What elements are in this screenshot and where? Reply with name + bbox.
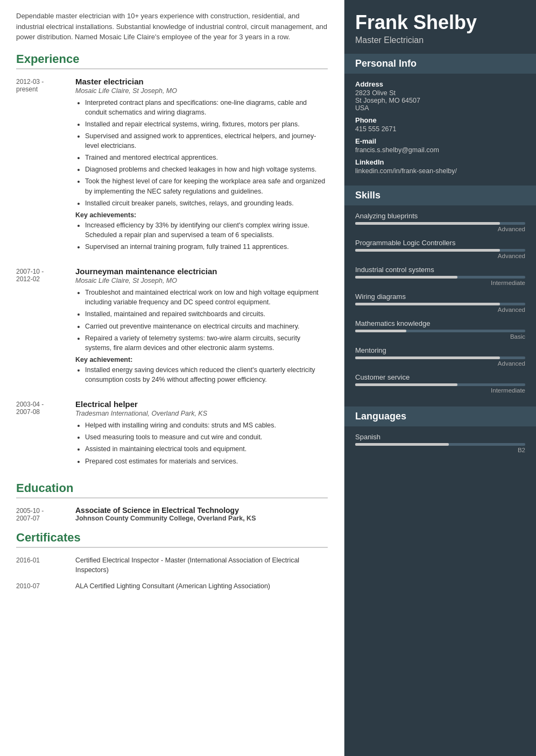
education-entry: 2005-10 - 2007-07Associate of Science in… [16,506,328,522]
experience-entry: 2012-03 - presentMaster electricianMosai… [16,77,328,255]
skill-bar-fill [355,330,406,332]
skill-bar-bg [355,356,525,359]
experience-date: 2012-03 - present [16,77,75,255]
bullet-item: Troubleshot and maintained electrical wo… [85,288,328,307]
bullet-item: Helped with installing wiring and condui… [85,420,328,430]
personal-info-title: Personal Info [344,54,536,74]
skill-level: Advanced [355,226,525,232]
full-name: Frank Shelby [355,12,525,33]
skill-level: Intermediate [355,280,525,286]
experience-date: 2003-04 - 2007-08 [16,400,75,469]
languages-block: SpanishB2 [344,433,536,469]
education-date: 2005-10 - 2007-07 [16,506,75,522]
phone-label: Phone [355,116,525,124]
skill-item: Wiring diagramsAdvanced [355,293,525,313]
experience-section-title: Experience [16,52,328,69]
skill-name: Analyzing blueprints [355,212,525,220]
certificate-entry: 2010-07ALA Certified Lighting Consultant… [16,581,328,591]
summary-text: Dependable master electrician with 10+ y… [16,11,328,42]
resume-container: Dependable master electrician with 10+ y… [0,0,536,756]
bullet-item: Prepared cost estimates for materials an… [85,457,328,466]
skills-title: Skills [344,186,536,205]
skill-name: Mentoring [355,346,525,354]
address-value: 2823 Olive St St Joseph, MO 64507 USA [355,89,525,112]
company-name: Tradesman International, Overland Park, … [75,410,328,417]
certificate-text: ALA Certified Lighting Consultant (Ameri… [75,581,270,591]
skill-bar-fill [355,222,500,225]
linkedin-label: LinkedIn [355,158,525,166]
left-column: Dependable master electrician with 10+ y… [0,0,344,756]
skill-item: Programmable Logic ControllersAdvanced [355,239,525,259]
job-title: Master electrician [75,77,328,86]
achievements-label: Key achievements: [75,211,328,219]
bullet-item: Trained and mentored electrical apprenti… [85,153,328,162]
experience-content: Journeyman maintenance electricianMosaic… [75,267,328,388]
bullet-list: Interpreted contract plans and specifica… [75,98,328,208]
certificate-entry: 2016-01Certified Electrical Inspector - … [16,555,328,575]
skill-level: Advanced [355,306,525,313]
skill-item: Customer serviceIntermediate [355,373,525,394]
education-content: Associate of Science in Electrical Techn… [75,506,256,522]
skill-name: Programmable Logic Controllers [355,239,525,247]
job-title: Journeyman maintenance electrician [75,267,328,276]
skill-name: Industrial control systems [355,266,525,274]
skill-item: Mathematics knowledgeBasic [355,319,525,340]
name-block: Frank Shelby Master Electrician [344,0,536,54]
experience-date: 2007-10 - 2012-02 [16,267,75,388]
skills-block: Analyzing blueprintsAdvancedProgrammable… [344,212,536,406]
experience-entry: 2007-10 - 2012-02Journeyman maintenance … [16,267,328,388]
achievements-list: Installed energy saving devices which re… [75,365,328,384]
bullet-item: Interpreted contract plans and specifica… [85,98,328,117]
skill-name: Mathematics knowledge [355,319,525,327]
achievement-item: Supervised an internal training program,… [85,242,328,252]
skill-bar-fill [355,383,457,386]
bullet-item: Diagnosed problems and checked leakages … [85,165,328,174]
skill-item: Analyzing blueprintsAdvanced [355,212,525,232]
experience-entry: 2003-04 - 2007-08Electrical helperTrades… [16,400,328,469]
address-label: Address [355,80,525,88]
right-column: Frank Shelby Master Electrician Personal… [344,0,536,756]
education-school: Johnson County Community College, Overla… [75,515,256,522]
job-subtitle: Master Electrician [355,35,525,45]
certificate-date: 2016-01 [16,555,75,575]
achievement-item: Installed energy saving devices which re… [85,365,328,384]
skill-name: Customer service [355,373,525,381]
personal-info-block: Address 2823 Olive St St Joseph, MO 6450… [344,80,536,186]
bullet-item: Took the highest level of care for keepi… [85,176,328,196]
certificates-section-title: Certificates [16,531,328,548]
skill-bar-fill [355,276,457,279]
phone-value: 415 555 2671 [355,125,525,133]
skill-level: Advanced [355,360,525,367]
skill-bar-bg [355,383,525,386]
skill-level: Intermediate [355,387,525,394]
skill-item: MentoringAdvanced [355,346,525,367]
language-level: B2 [355,447,525,453]
email-label: E-mail [355,137,525,145]
certificate-text: Certified Electrical Inspector - Master … [75,555,328,575]
company-name: Mosaic Life Claire, St Joseph, MO [75,87,328,95]
bullet-item: Used measuring tools to measure and cut … [85,432,328,442]
bullet-item: Supervised and assigned work to apprenti… [85,131,328,151]
experience-list: 2012-03 - presentMaster electricianMosai… [16,77,328,469]
bullet-item: Installed, maintained and repaired switc… [85,309,328,319]
skill-bar-bg [355,222,525,225]
skill-bar-bg [355,249,525,252]
achievement-item: Increased efficiency by 33% by identifyi… [85,220,328,240]
language-bar-bg [355,443,525,446]
achievements-label: Key achievement: [75,356,328,363]
experience-content: Electrical helperTradesman International… [75,400,328,469]
skill-bar-fill [355,249,500,252]
skill-bar-bg [355,330,525,332]
bullet-list: Helped with installing wiring and condui… [75,420,328,466]
language-bar-fill [355,443,449,446]
languages-title: Languages [344,406,536,426]
job-title: Electrical helper [75,400,328,409]
certificate-date: 2010-07 [16,581,75,591]
skill-item: Industrial control systemsIntermediate [355,266,525,286]
bullet-item: Repaired a variety of telemetry systems:… [85,333,328,353]
skill-bar-bg [355,276,525,279]
education-section-title: Education [16,481,328,498]
bullet-item: Installed and repair electrical systems,… [85,119,328,129]
linkedin-value: linkedin.com/in/frank-sean-shelby/ [355,167,525,175]
skill-name: Wiring diagrams [355,293,525,301]
